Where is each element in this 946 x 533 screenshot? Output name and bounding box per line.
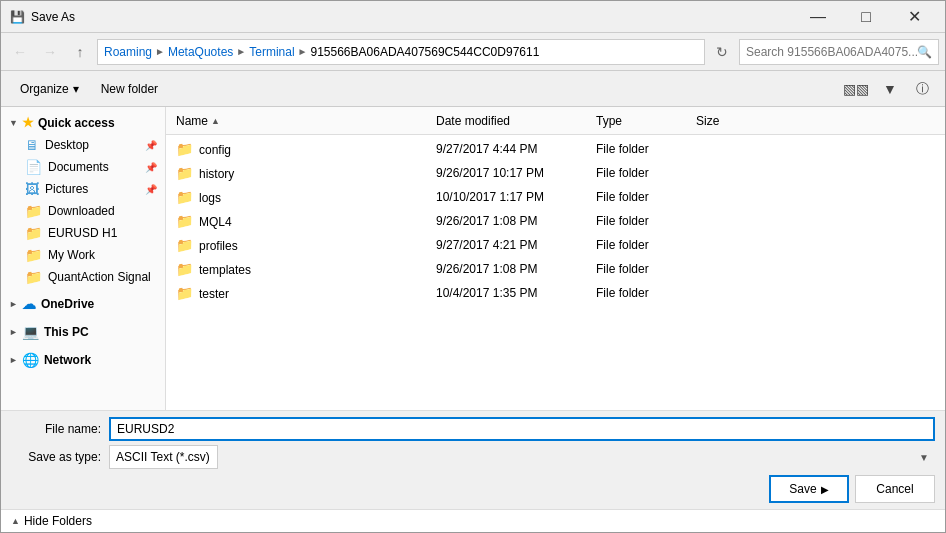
sidebar-item-quantaction[interactable]: 📁 QuantAction Signal: [1, 266, 165, 288]
network-icon: 🌐: [22, 352, 39, 368]
bottom-section: File name: Save as type: ASCII Text (*.c…: [1, 410, 945, 509]
file-name-cell: 📁tester: [176, 285, 436, 301]
table-row[interactable]: 📁profiles 9/27/2017 4:21 PM File folder: [166, 233, 945, 257]
file-list: 📁config 9/27/2017 4:44 PM File folder 📁h…: [166, 135, 945, 410]
save-button-label: Save: [789, 482, 816, 496]
col-header-size[interactable]: Size: [696, 114, 776, 128]
savetype-row: Save as type: ASCII Text (*.csv) ▼: [11, 445, 935, 469]
col-header-type[interactable]: Type: [596, 114, 696, 128]
quick-access-label: Quick access: [38, 116, 115, 130]
sidebar-item-downloaded[interactable]: 📁 Downloaded: [1, 200, 165, 222]
search-input[interactable]: [746, 45, 917, 59]
this-pc-header[interactable]: ► 💻 This PC: [1, 320, 165, 344]
documents-label: Documents: [48, 160, 109, 174]
file-list-header: Name ▲ Date modified Type Size: [166, 107, 945, 135]
breadcrumb-item-terminal[interactable]: Terminal: [249, 45, 294, 59]
select-arrow-icon: ▼: [919, 452, 929, 463]
onedrive-section: ► ☁ OneDrive: [1, 292, 165, 316]
filename-label: File name:: [11, 422, 101, 436]
file-type-cell: File folder: [596, 286, 696, 300]
downloaded-label: Downloaded: [48, 204, 115, 218]
documents-pin-icon: 📌: [145, 162, 157, 173]
hide-folders-row[interactable]: ▲ Hide Folders: [1, 509, 945, 532]
save-button[interactable]: Save ▶: [769, 475, 849, 503]
quick-access-header[interactable]: ▼ ★ Quick access: [1, 111, 165, 134]
pictures-pin-icon: 📌: [145, 184, 157, 195]
file-name-cell: 📁config: [176, 141, 436, 157]
this-pc-icon: 💻: [22, 324, 39, 340]
breadcrumb[interactable]: Roaming ► MetaQuotes ► Terminal ► 915566…: [97, 39, 705, 65]
col-header-name[interactable]: Name ▲: [176, 114, 436, 128]
breadcrumb-current: 915566BA06ADA407569C544CC0D97611: [310, 45, 539, 59]
breadcrumb-item-roaming[interactable]: Roaming: [104, 45, 152, 59]
sidebar-item-documents[interactable]: 📄 Documents 📌: [1, 156, 165, 178]
filename-input[interactable]: [109, 417, 935, 441]
organize-button[interactable]: Organize ▾: [11, 76, 88, 102]
onedrive-label: OneDrive: [41, 297, 94, 311]
address-bar: ← → ↑ Roaming ► MetaQuotes ► Terminal ► …: [1, 33, 945, 71]
help-button[interactable]: ⓘ: [909, 76, 935, 102]
this-pc-section: ► 💻 This PC: [1, 320, 165, 344]
desktop-pin-icon: 📌: [145, 140, 157, 151]
toolbar: Organize ▾ New folder ▧▧ ▼ ⓘ: [1, 71, 945, 107]
table-row[interactable]: 📁MQL4 9/26/2017 1:08 PM File folder: [166, 209, 945, 233]
cancel-button[interactable]: Cancel: [855, 475, 935, 503]
new-folder-button[interactable]: New folder: [92, 76, 167, 102]
table-row[interactable]: 📁config 9/27/2017 4:44 PM File folder: [166, 137, 945, 161]
col-header-date[interactable]: Date modified: [436, 114, 596, 128]
quick-access-star-icon: ★: [22, 115, 34, 130]
pictures-label: Pictures: [45, 182, 88, 196]
documents-icon: 📄: [25, 159, 42, 175]
quantaction-label: QuantAction Signal: [48, 270, 151, 284]
file-type-cell: File folder: [596, 142, 696, 156]
table-row[interactable]: 📁history 9/26/2017 10:17 PM File folder: [166, 161, 945, 185]
this-pc-chevron: ►: [9, 327, 18, 337]
folder-icon: 📁: [176, 261, 193, 277]
file-name-cell: 📁templates: [176, 261, 436, 277]
eurusd-h1-label: EURUSD H1: [48, 226, 117, 240]
search-box: 🔍: [739, 39, 939, 65]
file-date-cell: 9/26/2017 10:17 PM: [436, 166, 596, 180]
table-row[interactable]: 📁logs 10/10/2017 1:17 PM File folder: [166, 185, 945, 209]
file-name-cell: 📁profiles: [176, 237, 436, 253]
window-controls: — □ ✕: [795, 1, 937, 33]
view-options-button[interactable]: ▧▧: [841, 76, 871, 102]
file-name-cell: 📁history: [176, 165, 436, 181]
hide-folders-chevron-icon: ▲: [11, 516, 20, 526]
organize-arrow-icon: ▾: [73, 82, 79, 96]
breadcrumb-item-metaquotes[interactable]: MetaQuotes: [168, 45, 233, 59]
sidebar-item-my-work[interactable]: 📁 My Work: [1, 244, 165, 266]
hide-folders-label: Hide Folders: [24, 514, 92, 528]
folder-icon: 📁: [176, 141, 193, 157]
filename-row: File name:: [11, 417, 935, 441]
view-dropdown-button[interactable]: ▼: [875, 76, 905, 102]
sidebar-item-pictures[interactable]: 🖼 Pictures 📌: [1, 178, 165, 200]
maximize-button[interactable]: □: [843, 1, 889, 33]
onedrive-chevron: ►: [9, 299, 18, 309]
sidebar-item-eurusd-h1[interactable]: 📁 EURUSD H1: [1, 222, 165, 244]
folder-icon: 📁: [176, 189, 193, 205]
savetype-wrapper: ASCII Text (*.csv) ▼: [109, 445, 935, 469]
refresh-button[interactable]: ↻: [709, 39, 735, 65]
minimize-button[interactable]: —: [795, 1, 841, 33]
file-type-cell: File folder: [596, 190, 696, 204]
file-date-cell: 9/27/2017 4:44 PM: [436, 142, 596, 156]
network-label: Network: [44, 353, 91, 367]
file-type-cell: File folder: [596, 262, 696, 276]
main-content: ▼ ★ Quick access 🖥 Desktop 📌 📄 Documents…: [1, 107, 945, 410]
onedrive-header[interactable]: ► ☁ OneDrive: [1, 292, 165, 316]
sidebar-item-desktop[interactable]: 🖥 Desktop 📌: [1, 134, 165, 156]
search-icon: 🔍: [917, 45, 932, 59]
up-button[interactable]: ↑: [67, 39, 93, 65]
sort-arrow-icon: ▲: [211, 116, 220, 126]
table-row[interactable]: 📁templates 9/26/2017 1:08 PM File folder: [166, 257, 945, 281]
table-row[interactable]: 📁tester 10/4/2017 1:35 PM File folder: [166, 281, 945, 305]
forward-button[interactable]: →: [37, 39, 63, 65]
savetype-select[interactable]: ASCII Text (*.csv): [109, 445, 218, 469]
close-button[interactable]: ✕: [891, 1, 937, 33]
network-header[interactable]: ► 🌐 Network: [1, 348, 165, 372]
file-type-cell: File folder: [596, 166, 696, 180]
quantaction-icon: 📁: [25, 269, 42, 285]
quick-access-chevron: ▼: [9, 118, 18, 128]
back-button[interactable]: ←: [7, 39, 33, 65]
